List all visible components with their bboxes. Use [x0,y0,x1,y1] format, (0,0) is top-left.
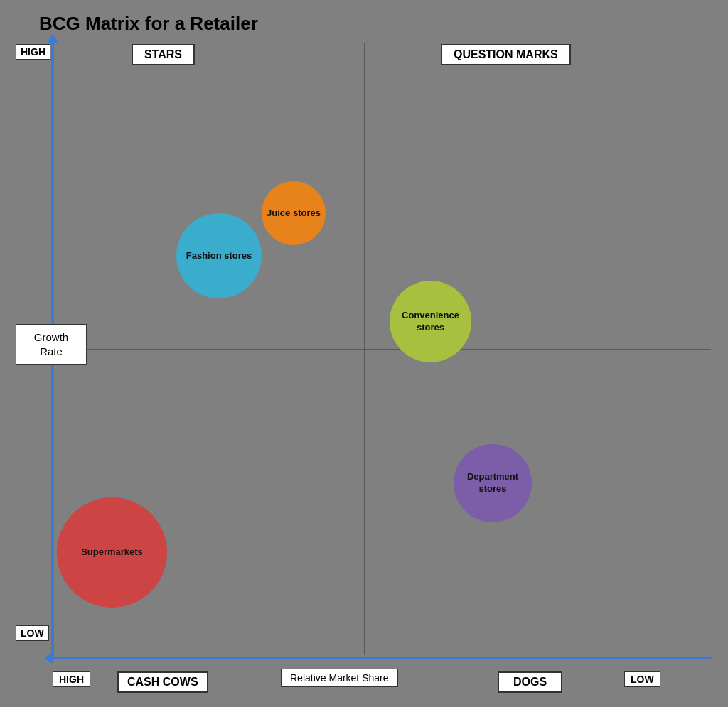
dogs-label: DOGS [498,671,562,693]
fashion-stores-label: Fashion stores [183,247,255,265]
relative-market-share-label: Relative Market Share [281,669,398,687]
juice-stores-bubble: Juice stores [262,181,326,245]
x-axis [51,657,712,659]
convenience-stores-label: Convenience stores [390,307,471,337]
y-high-label: HIGH [16,44,50,60]
bcg-matrix-chart: BCG Matrix for a Retailer HIGH LOW Growt… [0,0,728,707]
stars-label: STARS [132,44,195,65]
question-marks-label: QUESTION MARKS [441,44,571,65]
horizontal-divider [53,349,711,350]
growth-rate-label: Growth Rate [16,324,87,365]
supermarkets-label: Supermarkets [78,544,146,561]
chart-title: BCG Matrix for a Retailer [39,13,258,35]
y-low-label: LOW [16,625,49,641]
x-high-label: HIGH [53,671,90,687]
cash-cows-label: CASH COWS [117,671,208,693]
fashion-stores-bubble: Fashion stores [176,213,262,298]
supermarkets-bubble: Supermarkets [57,497,167,608]
department-stores-label: Department stores [454,468,532,498]
juice-stores-label: Juice stores [264,205,323,222]
x-low-label: LOW [624,671,660,687]
department-stores-bubble: Department stores [454,444,532,522]
convenience-stores-bubble: Convenience stores [390,281,471,362]
